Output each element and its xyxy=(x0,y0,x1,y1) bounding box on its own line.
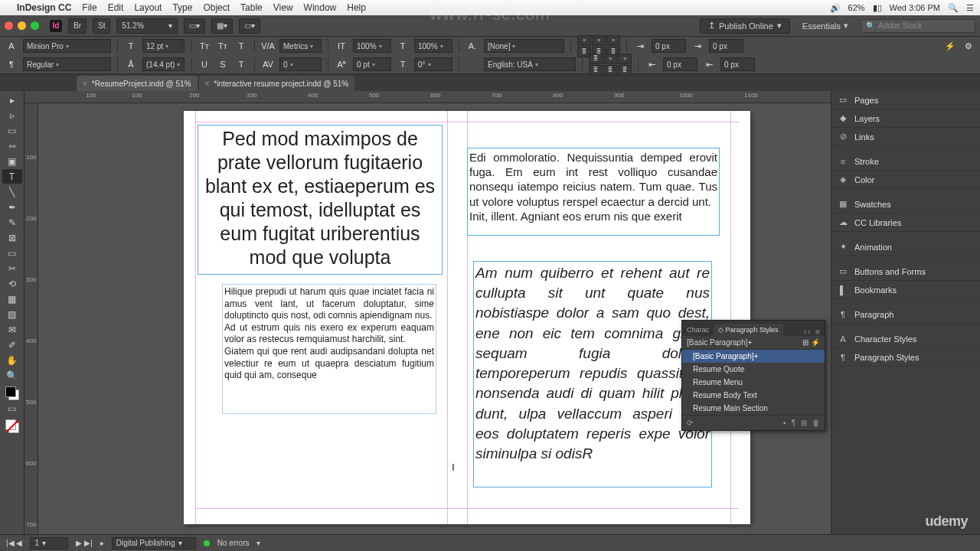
guide[interactable] xyxy=(195,111,196,524)
menu-edit[interactable]: Edit xyxy=(108,2,124,13)
ruler-vertical[interactable]: 100200300400500600700 xyxy=(24,103,38,551)
text-frame-heading[interactable]: Ped mod maximpos de prate vellorum fugit… xyxy=(198,125,443,275)
page-number-field[interactable]: 1▾ xyxy=(30,537,68,549)
arrange-button[interactable]: ▦▾ xyxy=(211,18,233,34)
pencil-tool[interactable]: ✎ xyxy=(2,215,22,230)
paragraph-mode-icon[interactable]: ¶ xyxy=(5,57,18,71)
panel-character-styles[interactable]: ACharacter Styles xyxy=(831,330,980,348)
direct-selection-tool[interactable]: ▹ xyxy=(2,108,22,122)
menu-type[interactable]: Type xyxy=(172,2,192,13)
justify-all[interactable]: ≣ xyxy=(589,54,603,64)
view-options[interactable]: ▭▾ xyxy=(184,18,205,34)
menu-layout[interactable]: Layout xyxy=(134,2,162,13)
rectangle-tool[interactable]: ▭ xyxy=(2,246,22,260)
vscale-field[interactable]: 100%▾ xyxy=(353,39,391,53)
folder-icon[interactable]: ▪ xyxy=(783,419,786,427)
align-center[interactable]: ≡ xyxy=(592,35,606,46)
paragraph-styles-panel[interactable]: Charac ◇ Paragraph Styles ›› ≡ [Basic Pa… xyxy=(681,320,825,431)
menu-file[interactable]: File xyxy=(82,2,96,13)
page[interactable]: Ped mod maximpos de prate vellorum fugit… xyxy=(184,111,750,524)
panel-layers[interactable]: ◆Layers xyxy=(831,109,980,128)
trash-icon[interactable]: 🗑 xyxy=(812,419,820,427)
text-frame-quote[interactable]: Am num quiberro et rehent aut re cullupt… xyxy=(473,261,712,487)
indent-last-field[interactable]: 0 px xyxy=(720,57,755,71)
smallcaps-icon[interactable]: Tт xyxy=(216,39,230,53)
clear-icon[interactable]: ¶ xyxy=(792,419,795,427)
menu-table[interactable]: Table xyxy=(240,2,263,13)
indent-left-field[interactable]: 0 px xyxy=(652,39,686,53)
close-icon[interactable]: × xyxy=(205,80,210,88)
character-mode-icon[interactable]: A xyxy=(5,39,18,53)
gradient-swatch-tool[interactable]: ▦ xyxy=(2,292,22,306)
hscale-field[interactable]: 100%▾ xyxy=(414,39,452,53)
kerning-field[interactable]: Metrics▾ xyxy=(279,39,322,53)
settings-icon[interactable]: ⚙ xyxy=(962,39,975,53)
align-right[interactable]: ≡ xyxy=(606,35,620,46)
intent-dropdown[interactable]: Digital Publishing▾ xyxy=(112,537,196,549)
indent-first-field[interactable]: 0 px xyxy=(709,39,743,53)
menu-view[interactable]: View xyxy=(273,2,293,13)
menu-object[interactable]: Object xyxy=(203,2,230,13)
pen-tool[interactable]: ✒ xyxy=(2,200,22,214)
baseline-field[interactable]: 0 pt▾ xyxy=(353,57,391,71)
panel-buttons-and-forms[interactable]: ▭Buttons and Forms xyxy=(831,262,980,281)
align-towards[interactable]: ≡ xyxy=(603,54,617,64)
zoom-tool[interactable]: 🔍 xyxy=(2,368,22,383)
volume-icon[interactable]: 🔊 xyxy=(830,3,841,13)
publish-online-button[interactable]: ↥ Publish Online ▾ xyxy=(700,18,790,34)
language-dropdown[interactable]: English: USA▾ xyxy=(484,57,576,71)
new-style-icon[interactable]: ⊞ xyxy=(801,419,807,427)
menu-window[interactable]: Window xyxy=(304,2,337,13)
guide[interactable] xyxy=(195,508,739,509)
note-tool[interactable]: ✉ xyxy=(2,322,22,337)
tab-interactive[interactable]: ×*interactive resume project.indd @ 51% xyxy=(199,76,355,91)
guide[interactable] xyxy=(195,122,739,122)
text-frame-body2[interactable]: Edi ommoloratio. Nequissuntia demped ero… xyxy=(467,148,720,236)
page-tool[interactable]: ▭ xyxy=(2,123,22,138)
leading-field[interactable]: (14.4 pt)▾ xyxy=(142,57,185,71)
content-collector[interactable]: ▣ xyxy=(2,154,22,168)
menu-help[interactable]: Help xyxy=(347,2,366,13)
fill-stroke-swatch[interactable] xyxy=(5,386,19,400)
panel-links[interactable]: ⊘Links xyxy=(831,128,980,146)
container-format[interactable]: ▭ xyxy=(2,401,22,416)
superscript-icon[interactable]: T xyxy=(234,39,248,53)
panel-stroke[interactable]: ≡Stroke xyxy=(831,152,980,171)
align-away[interactable]: ≡ xyxy=(618,54,632,64)
tab-resume[interactable]: ×*ResumeProject.indd @ 51% xyxy=(77,76,198,91)
rectangle-frame-tool[interactable]: ⊠ xyxy=(2,230,22,245)
style-row[interactable]: Resume Quote xyxy=(682,363,825,376)
gradient-feather-tool[interactable]: ▨ xyxy=(2,307,22,321)
align-left[interactable]: ≡ xyxy=(577,35,591,46)
style-link-icon[interactable]: ⟳ xyxy=(687,419,693,427)
clear-override-icon[interactable]: ⚡ xyxy=(811,338,820,347)
text-frame-body1[interactable]: Hilique prepudi ut harum quis quae incia… xyxy=(222,284,436,414)
prev-spread-icon[interactable]: |◀ ◀ xyxy=(6,539,22,547)
screen-mode[interactable]: ▭▾ xyxy=(239,18,260,34)
guide[interactable] xyxy=(447,111,448,524)
tracking-field[interactable]: 0▾ xyxy=(279,57,322,71)
gap-tool[interactable]: ⇿ xyxy=(2,139,22,153)
style-row[interactable]: Resume Body Text xyxy=(682,389,825,402)
line-tool[interactable]: ╲ xyxy=(2,184,22,199)
minimize-icon[interactable] xyxy=(18,21,26,30)
panel-menu-icon[interactable]: ≡ xyxy=(815,328,822,336)
next-spread-icon[interactable]: ▶ ▶| xyxy=(76,539,92,547)
indent-right-field[interactable]: 0 px xyxy=(663,57,697,71)
tab-character-styles[interactable]: Charac xyxy=(682,324,714,336)
panel-bookmarks[interactable]: ▌Bookmarks xyxy=(831,281,980,299)
new-group-icon[interactable]: ⊞ xyxy=(802,338,808,347)
skew-field[interactable]: 0°▾ xyxy=(414,57,452,71)
panel-paragraph-styles[interactable]: ¶Paragraph Styles xyxy=(831,348,980,367)
panel-swatches[interactable]: ▦Swatches xyxy=(831,195,980,214)
hand-tool[interactable]: ✋ xyxy=(2,353,22,367)
panel-color[interactable]: ◈Color xyxy=(831,171,980,189)
font-size-field[interactable]: 12 pt▾ xyxy=(142,39,185,53)
close-icon[interactable] xyxy=(5,21,13,30)
panel-paragraph[interactable]: ¶Paragraph xyxy=(831,305,980,324)
charstyle-dropdown[interactable]: [None]▾ xyxy=(484,39,564,53)
stock-button[interactable]: St xyxy=(93,18,110,34)
notifications-icon[interactable]: ☰ xyxy=(966,3,974,13)
caps-icon[interactable]: Tт xyxy=(198,39,211,53)
style-row[interactable]: Resume Menu xyxy=(682,376,825,389)
